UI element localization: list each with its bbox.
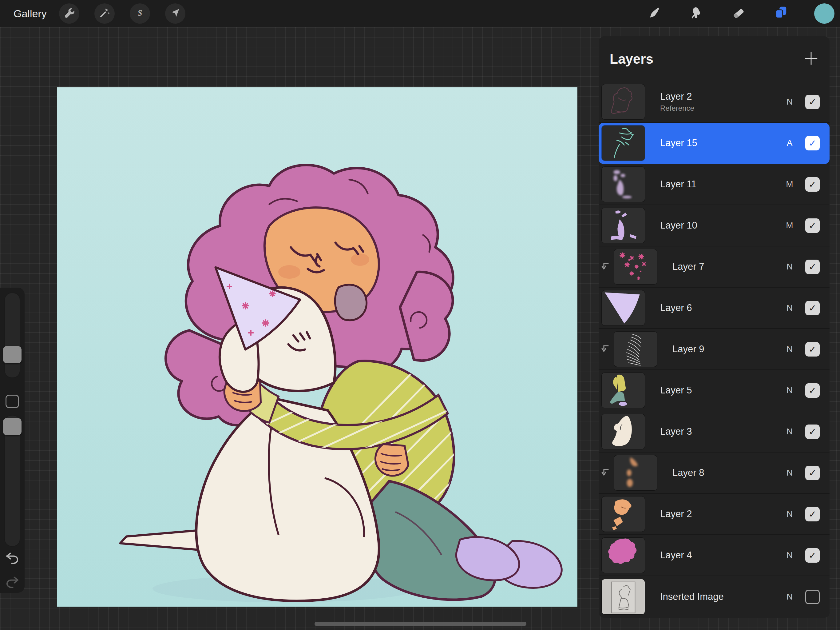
visibility-checkbox[interactable]: ✓ (805, 95, 820, 109)
actions-button[interactable] (59, 3, 79, 24)
add-layer-button[interactable] (803, 51, 819, 67)
layer-row[interactable]: Layer 15 A ✓ (598, 123, 829, 164)
visibility-checkbox[interactable]: ✓ (805, 218, 820, 233)
drawing-canvas[interactable] (57, 87, 578, 606)
layer-subtitle: Reference (660, 104, 783, 112)
layer-name: Layer 10 (660, 220, 783, 231)
canvas-workspace: Layers Layer 2Reference N ✓ (0, 27, 840, 630)
visibility-checkbox[interactable]: ✓ (805, 548, 820, 563)
home-indicator[interactable] (314, 622, 526, 626)
blend-mode-button[interactable]: N (783, 509, 797, 519)
layers-icon (773, 5, 789, 22)
layer-row[interactable]: Layer 3 N ✓ (598, 411, 829, 453)
smudge-finger-icon (689, 6, 703, 21)
artwork-illustration (57, 87, 578, 606)
magic-wand-icon (98, 7, 111, 20)
layer-row[interactable]: Inserted Image N (598, 576, 829, 617)
visibility-checkbox[interactable]: ✓ (805, 383, 820, 398)
blend-mode-button[interactable]: N (783, 592, 797, 602)
opacity-handle[interactable] (3, 418, 22, 435)
redo-icon (4, 574, 20, 592)
layer-name: Inserted Image (660, 591, 783, 602)
brush-icon (647, 6, 661, 21)
layers-panel-title: Layers (610, 36, 654, 82)
blend-mode-button[interactable]: A (783, 138, 797, 148)
brush-size-handle[interactable] (3, 346, 22, 363)
blend-mode-button[interactable]: N (783, 303, 797, 313)
brush-size-slider[interactable] (4, 293, 20, 378)
blend-mode-button[interactable]: N (783, 262, 797, 272)
svg-text:S: S (138, 9, 142, 17)
arrow-cursor-icon (169, 7, 182, 20)
s-ribbon-icon: S (134, 7, 146, 20)
layer-name: Layer 9 (673, 343, 783, 355)
sidebar-controls (0, 288, 25, 593)
blend-mode-button[interactable]: N (783, 385, 797, 395)
blend-mode-button[interactable]: N (783, 550, 797, 560)
color-swatch[interactable] (814, 3, 834, 24)
layers-button[interactable] (771, 3, 791, 24)
layer-thumbnail (602, 167, 645, 202)
plus-icon (804, 51, 819, 67)
layer-name: Layer 4 (660, 550, 783, 561)
layer-thumbnail (602, 497, 645, 532)
eraser-icon (731, 6, 745, 21)
layer-name: Layer 7 (673, 261, 783, 272)
layers-panel-header: Layers (598, 36, 829, 82)
layer-row[interactable]: Layer 6 N ✓ (598, 288, 829, 329)
blend-mode-button[interactable]: M (783, 179, 797, 189)
layer-row[interactable]: Layer 8 N ✓ (598, 453, 829, 494)
layer-row[interactable]: Layer 2Reference N ✓ (598, 82, 829, 123)
visibility-checkbox[interactable]: ✓ (805, 342, 820, 356)
layer-name: Layer 5 (660, 385, 783, 396)
top-toolbar: Gallery S (0, 0, 840, 27)
modify-button[interactable] (6, 395, 19, 408)
visibility-checkbox[interactable]: ✓ (805, 260, 820, 274)
opacity-slider[interactable] (4, 415, 20, 547)
layer-row[interactable]: Layer 2 N ✓ (598, 494, 829, 535)
layer-thumbnail (614, 455, 657, 490)
layer-thumbnail (602, 579, 645, 614)
layer-row[interactable]: Layer 10 M ✓ (598, 205, 829, 246)
clipping-mask-arrow-icon (598, 468, 611, 478)
visibility-checkbox[interactable]: ✓ (805, 301, 820, 315)
erase-button[interactable] (728, 3, 749, 24)
visibility-checkbox[interactable]: ✓ (805, 424, 820, 439)
selection-button[interactable]: S (130, 3, 150, 24)
layer-thumbnail (602, 373, 645, 408)
adjustments-button[interactable] (95, 3, 115, 24)
blend-mode-button[interactable]: N (783, 97, 797, 107)
layer-thumbnail (602, 84, 645, 119)
layer-name: Layer 6 (660, 302, 783, 313)
layer-row[interactable]: Layer 5 N ✓ (598, 370, 829, 411)
layer-row[interactable]: Layer 7 N ✓ (598, 246, 829, 288)
smudge-button[interactable] (686, 3, 706, 24)
transform-button[interactable] (165, 3, 185, 24)
clipping-mask-arrow-icon (598, 262, 611, 272)
blend-mode-button[interactable]: M (783, 220, 797, 230)
layer-row[interactable]: Layer 4 N ✓ (598, 535, 829, 576)
visibility-checkbox[interactable] (805, 590, 820, 604)
layer-row[interactable]: Layer 9 N ✓ (598, 329, 829, 370)
visibility-checkbox[interactable]: ✓ (805, 466, 820, 480)
visibility-checkbox[interactable]: ✓ (805, 136, 820, 150)
blend-mode-button[interactable]: N (783, 344, 797, 354)
paint-button[interactable] (644, 3, 664, 24)
layer-thumbnail (614, 332, 657, 367)
layer-name: Layer 8 (673, 467, 783, 478)
layer-thumbnail (602, 208, 645, 243)
layer-thumbnail (602, 290, 645, 326)
visibility-checkbox[interactable]: ✓ (805, 177, 820, 192)
layer-name: Layer 3 (660, 426, 783, 437)
layer-name: Layer 2 (660, 91, 783, 102)
layer-row[interactable]: Layer 11 M ✓ (598, 164, 829, 205)
redo-button[interactable] (2, 573, 22, 593)
visibility-checkbox[interactable]: ✓ (805, 507, 820, 521)
clipping-mask-arrow-icon (598, 344, 611, 354)
blend-mode-button[interactable]: N (783, 468, 797, 478)
layer-thumbnail (614, 249, 657, 284)
gallery-button[interactable]: Gallery (14, 0, 47, 27)
undo-button[interactable] (2, 549, 22, 569)
app-window: Gallery S (0, 0, 840, 630)
blend-mode-button[interactable]: N (783, 427, 797, 437)
